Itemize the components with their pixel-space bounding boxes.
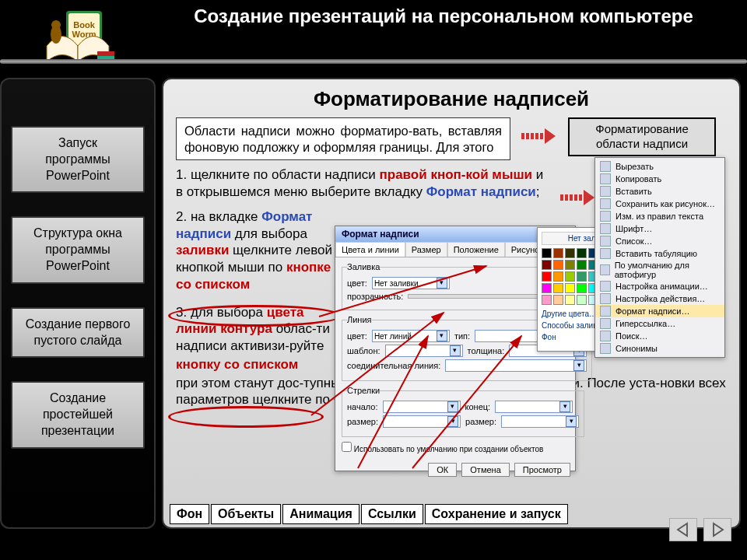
color-swatch[interactable] — [553, 260, 563, 270]
cancel-button[interactable]: Отмена — [461, 463, 509, 477]
color-swatch[interactable] — [542, 271, 552, 282]
color-swatch[interactable] — [565, 271, 575, 282]
app-logo: Book Worm — [39, 3, 124, 65]
tab-objects[interactable]: Объекты — [211, 504, 281, 524]
color-swatch[interactable] — [542, 295, 552, 305]
color-swatch[interactable] — [553, 283, 563, 293]
context-menu-item[interactable]: Вставить табуляцию — [595, 247, 724, 260]
dropdown-icon: ▾ — [573, 360, 584, 371]
tab-save-run[interactable]: Сохранение и запуск — [425, 504, 568, 524]
context-menu-item[interactable]: Изм. из правил текста — [595, 210, 724, 222]
line-template-combo[interactable]: ▾ — [385, 345, 463, 357]
format-caption-area-link[interactable]: Форматирование области надписи — [568, 117, 716, 156]
step2-text: 2. на вкладке Формат надписи для выбора … — [176, 208, 347, 293]
sidebar: Запуск программы PowerPoint Структура ок… — [0, 78, 156, 529]
context-menu-item[interactable]: По умолчанию для автофигур — [595, 260, 724, 280]
context-menu-item[interactable]: Копировать — [595, 173, 724, 185]
context-menu-item[interactable]: Вырезать — [595, 160, 724, 173]
context-menu-item[interactable]: Список… — [595, 235, 724, 247]
context-menu-item[interactable]: Поиск… — [595, 330, 724, 342]
nav-create-blank-slide[interactable]: Создание первого пустого слайда — [11, 307, 145, 359]
dropdown-icon: ▾ — [450, 345, 461, 356]
step3-text-a: 3. для выбора цвета линии контура облас-… — [176, 304, 347, 355]
menu-item-icon — [600, 306, 611, 317]
context-menu-item[interactable]: Шрифт… — [595, 222, 724, 235]
context-menu-item[interactable]: Гиперссылка… — [595, 317, 724, 330]
content-panel: Форматирование надписей Области надписи … — [162, 78, 741, 529]
preview-button[interactable]: Просмотр — [514, 463, 570, 477]
dropdown-icon: ▾ — [437, 278, 447, 289]
step1-text: 1. щелкните по области надписи правой кн… — [176, 166, 549, 201]
arrow-right-icon — [521, 128, 557, 144]
svg-point-5 — [51, 20, 61, 30]
highlight-oval — [168, 406, 324, 428]
tab-animation[interactable]: Анимация — [282, 504, 359, 524]
intro-text: Области надписи можно форматиро-вать, вс… — [176, 117, 510, 160]
page-title: Создание презентаций на персональном ком… — [156, 5, 731, 28]
context-menu-item[interactable]: Формат надписи… — [595, 305, 724, 317]
context-menu-item[interactable]: Сохранить как рисунок… — [595, 198, 724, 210]
color-swatch[interactable] — [542, 260, 552, 270]
color-swatch[interactable] — [542, 248, 552, 258]
color-swatch[interactable] — [553, 271, 563, 282]
svg-text:Book: Book — [73, 20, 95, 30]
color-swatch[interactable] — [565, 260, 575, 270]
color-swatch[interactable] — [577, 283, 587, 293]
color-swatch[interactable] — [577, 248, 587, 258]
menu-item-icon — [600, 281, 611, 292]
next-slide-button[interactable] — [703, 518, 731, 541]
menu-item-icon — [600, 318, 611, 329]
menu-item-icon — [600, 223, 611, 234]
menu-item-icon — [600, 161, 611, 172]
menu-item-icon — [600, 211, 611, 222]
menu-item-icon — [600, 248, 611, 259]
nav-create-simple-presentation[interactable]: Создание простейшей презентации — [11, 381, 145, 448]
color-swatch[interactable] — [565, 295, 575, 305]
menu-item-icon — [600, 264, 610, 275]
color-swatch[interactable] — [577, 260, 587, 270]
default-checkbox[interactable] — [342, 442, 352, 452]
tab-background[interactable]: Фон — [170, 504, 209, 524]
dropdown-icon: ▾ — [437, 331, 447, 341]
context-menu-item[interactable]: Настройка анимации… — [595, 280, 724, 292]
step3-text-b: кнопку со списком — [176, 356, 347, 373]
color-swatch[interactable] — [553, 295, 563, 305]
tab-links[interactable]: Ссылки — [361, 504, 423, 524]
ok-button[interactable]: ОК — [428, 463, 457, 477]
line-color-combo[interactable]: Нет линий▾ — [372, 330, 450, 342]
context-menu: ВырезатьКопироватьВставитьСохранить как … — [594, 157, 725, 358]
menu-item-icon — [600, 173, 611, 184]
color-swatch[interactable] — [577, 295, 587, 305]
bottom-tab-bar: Фон Объекты Анимация Ссылки Сохранение и… — [170, 504, 568, 524]
nav-window-structure[interactable]: Структура окна программы PowerPoint — [11, 216, 145, 283]
svg-rect-6 — [97, 51, 114, 56]
fill-color-combo[interactable]: Нет заливки▾ — [372, 277, 450, 289]
menu-item-icon — [600, 198, 611, 209]
context-menu-item[interactable]: Настройка действия… — [595, 292, 724, 305]
color-swatch[interactable] — [577, 271, 587, 282]
menu-item-icon — [600, 331, 611, 341]
triangle-left-icon — [675, 522, 691, 537]
color-swatch[interactable] — [542, 283, 552, 293]
menu-item-icon — [600, 186, 611, 197]
triangle-right-icon — [710, 522, 725, 537]
color-swatch[interactable] — [565, 283, 575, 293]
color-swatch[interactable] — [553, 248, 563, 258]
prev-slide-button[interactable] — [669, 518, 697, 541]
menu-item-icon — [600, 343, 611, 354]
menu-item-icon — [600, 293, 611, 304]
color-swatch[interactable] — [565, 248, 575, 258]
nav-launch-powerpoint[interactable]: Запуск программы PowerPoint — [11, 126, 145, 193]
context-menu-item[interactable]: Вставить — [595, 185, 724, 198]
section-title: Форматирование надписей — [176, 87, 727, 111]
arrow-right-icon — [560, 190, 596, 205]
menu-item-icon — [600, 236, 611, 247]
title-underline — [0, 59, 747, 64]
context-menu-item[interactable]: Синонимы — [595, 342, 724, 355]
